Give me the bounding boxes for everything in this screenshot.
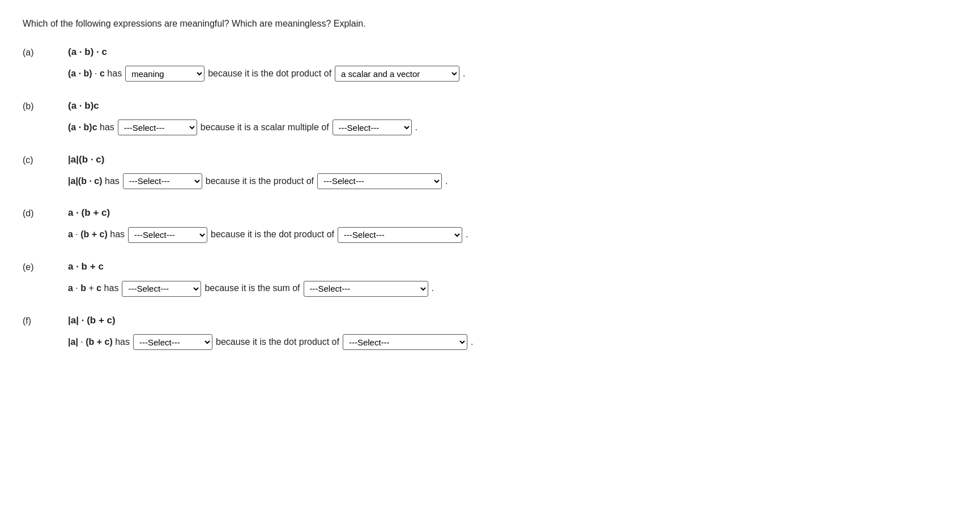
answer-prefix-f: |a| · (b + c) has [68, 334, 130, 351]
part-label-b: (b) [23, 100, 68, 112]
part-e: (e)a · b + ca · b + c has---Select---mea… [23, 261, 957, 297]
part-content-e: a · b + ca · b + c has---Select---meanin… [68, 261, 434, 297]
end-text-c: . [445, 173, 448, 190]
middle-text-f: because it is the dot product of [216, 334, 339, 351]
part-label-e: (e) [23, 261, 68, 272]
select-reason-a[interactable]: a scalar and a vectortwo vectorstwo scal… [335, 66, 459, 82]
end-text-f: . [471, 334, 473, 351]
answer-prefix-a: (a · b) · c has [68, 66, 122, 82]
part-expression-a: (a · b) · c [68, 46, 466, 58]
answer-prefix-b: (a · b)c has [68, 119, 114, 136]
select-reason-f[interactable]: ---Select---a scalar and a vectortwo vec… [343, 334, 467, 350]
select-meaning-c[interactable]: ---Select---meaningno meaning [123, 173, 202, 189]
part-expression-e: a · b + c [68, 261, 434, 272]
end-text-e: . [432, 280, 434, 297]
answer-prefix-d: a · (b + c) has [68, 227, 125, 243]
end-text-a: . [463, 66, 465, 82]
middle-text-c: because it is the product of [206, 173, 314, 190]
select-reason-d[interactable]: ---Select---two vectorsa scalar and a ve… [338, 227, 462, 243]
part-label-d: (d) [23, 207, 68, 219]
part-label-a: (a) [23, 46, 68, 58]
middle-text-d: because it is the dot product of [211, 227, 334, 243]
select-reason-e[interactable]: ---Select---a scalar and a vectortwo vec… [304, 281, 428, 297]
part-answer-d: a · (b + c) has---Select---meaningno mea… [68, 227, 468, 243]
part-expression-c: |a|(b · c) [68, 154, 448, 165]
part-expression-b: (a · b)c [68, 100, 417, 112]
part-expression-d: a · (b + c) [68, 207, 468, 219]
question-prompt: Which of the following expressions are m… [23, 17, 957, 31]
part-label-f: (f) [23, 315, 68, 326]
part-answer-e: a · b + c has---Select---meaningno meani… [68, 280, 434, 297]
part-b: (b)(a · b)c(a · b)c has---Select---meani… [23, 100, 957, 136]
end-text-b: . [415, 119, 417, 136]
part-c: (c)|a|(b · c)|a|(b · c) has---Select---m… [23, 154, 957, 190]
answer-prefix-e: a · b + c has [68, 280, 118, 297]
select-reason-b[interactable]: ---Select---a vectora scalartwo vectors [333, 119, 412, 135]
part-answer-b: (a · b)c has---Select---meaningno meanin… [68, 119, 417, 136]
answer-prefix-c: |a|(b · c) has [68, 173, 120, 190]
part-label-c: (c) [23, 154, 68, 165]
end-text-d: . [466, 227, 468, 243]
part-a: (a)(a · b) · c(a · b) · c hasmeaningno m… [23, 46, 957, 82]
select-meaning-b[interactable]: ---Select---meaningno meaning [118, 119, 197, 135]
part-expression-f: |a| · (b + c) [68, 315, 473, 326]
part-answer-f: |a| · (b + c) has---Select---meaningno m… [68, 334, 473, 351]
part-d: (d)a · (b + c)a · (b + c) has---Select--… [23, 207, 957, 243]
select-meaning-a[interactable]: meaningno meaning---Select--- [125, 66, 204, 82]
part-content-f: |a| · (b + c)|a| · (b + c) has---Select-… [68, 315, 473, 351]
middle-text-a: because it is the dot product of [208, 66, 331, 82]
part-content-c: |a|(b · c)|a|(b · c) has---Select---mean… [68, 154, 448, 190]
part-content-d: a · (b + c)a · (b + c) has---Select---me… [68, 207, 468, 243]
part-content-a: (a · b) · c(a · b) · c hasmeaningno mean… [68, 46, 466, 82]
select-meaning-d[interactable]: ---Select---meaningno meaning [128, 227, 207, 243]
part-f: (f)|a| · (b + c)|a| · (b + c) has---Sele… [23, 315, 957, 351]
select-meaning-f[interactable]: ---Select---meaningno meaning [133, 334, 212, 350]
part-answer-c: |a|(b · c) has---Select---meaningno mean… [68, 173, 448, 190]
middle-text-e: because it is the sum of [204, 280, 300, 297]
select-meaning-e[interactable]: ---Select---meaningno meaning [122, 281, 201, 297]
part-answer-a: (a · b) · c hasmeaningno meaning---Selec… [68, 66, 466, 82]
select-reason-c[interactable]: ---Select---a scalar and a scalara scala… [317, 173, 442, 189]
part-content-b: (a · b)c(a · b)c has---Select---meaningn… [68, 100, 417, 136]
middle-text-b: because it is a scalar multiple of [201, 119, 329, 136]
